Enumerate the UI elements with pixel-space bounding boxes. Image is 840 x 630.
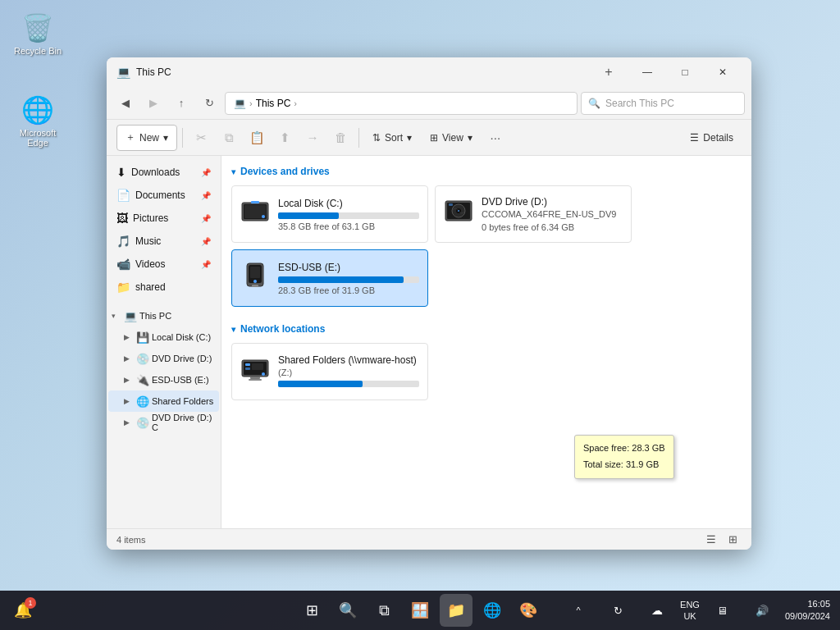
- delete-button[interactable]: 🗑: [327, 125, 354, 151]
- toolbar-separator-1: [182, 128, 183, 148]
- tree-item-esd-usb[interactable]: ▶ 🔌 ESD-USB (E:): [108, 369, 219, 390]
- tree-label-dvd-d: DVD Drive (D:): [152, 354, 212, 363]
- details-label: Details: [703, 132, 733, 144]
- drive-icon-c: [240, 196, 270, 232]
- tree-item-this-pc[interactable]: ▾ 💻 This PC: [108, 305, 219, 326]
- taskbar-left: 🔔 1: [0, 594, 39, 627]
- pin-icon-videos: 📌: [201, 260, 211, 269]
- language-button[interactable]: ENG UK: [680, 599, 700, 623]
- devices-section-header[interactable]: ▾ Devices and drives: [231, 166, 742, 177]
- details-button[interactable]: ☰ Details: [682, 125, 742, 151]
- search-placeholder: Search This PC: [605, 98, 674, 109]
- view-button[interactable]: ⊞ View ▾: [422, 125, 481, 151]
- svg-point-23: [262, 372, 265, 376]
- clock[interactable]: 16:05 09/09/2024: [785, 598, 830, 623]
- paste-button[interactable]: 📋: [244, 125, 270, 151]
- sidebar-item-videos[interactable]: 📹 Videos 📌: [110, 253, 217, 276]
- volume-button[interactable]: 🔊: [746, 594, 778, 627]
- desktop-icon-recycle-bin[interactable]: 🗑️ Recycle Bin: [8, 8, 67, 59]
- copy-button[interactable]: ⧉: [216, 125, 242, 151]
- language-label: ENG: [680, 599, 700, 610]
- taskbar-right: ^ ↻ ☁ ENG UK 🖥 🔊 16:05 09/09/2024: [562, 594, 840, 627]
- minimize-button[interactable]: —: [628, 57, 666, 87]
- list-view-button[interactable]: ☰: [702, 531, 720, 549]
- sort-button[interactable]: ⇅ Sort ▾: [364, 125, 420, 151]
- cut-button[interactable]: ✂: [188, 125, 214, 151]
- refresh-button[interactable]: ↻: [197, 92, 221, 115]
- back-button[interactable]: ◀: [113, 92, 138, 115]
- drive-card-e[interactable]: ESD-USB (E:) 28.3 GB free of 31.9 GB: [231, 249, 428, 307]
- drives-grid: Local Disk (C:) 35.8 GB free of 63.1 GB: [231, 185, 742, 307]
- plus-icon: ＋: [126, 130, 135, 144]
- tree-item-dvd-d2[interactable]: ▶ 💿 DVD Drive (D:) C: [108, 412, 219, 433]
- downloads-icon: ⬇: [116, 166, 126, 179]
- paint-taskbar-button[interactable]: 🎨: [512, 594, 545, 627]
- svg-rect-21: [250, 377, 260, 379]
- up-button[interactable]: ↑: [169, 92, 194, 115]
- search-button[interactable]: 🔍: [331, 594, 364, 627]
- svg-rect-13: [250, 267, 260, 278]
- svg-point-15: [253, 280, 257, 283]
- sidebar-item-music[interactable]: 🎵 Music 📌: [110, 230, 217, 253]
- network-section-header[interactable]: ▾ Network locations: [231, 323, 742, 335]
- tray-refresh-button[interactable]: ↻: [601, 594, 634, 627]
- network-chevron: ▾: [231, 325, 235, 334]
- svg-rect-19: [245, 368, 250, 370]
- share-button[interactable]: ⬆: [272, 125, 298, 151]
- forward-button[interactable]: ▶: [141, 92, 166, 115]
- taskbar-center: ⊞ 🔍 ⧉ 🪟 📁 🌐 🎨: [295, 594, 545, 627]
- more-button[interactable]: ···: [482, 125, 509, 151]
- sidebar-item-shared[interactable]: 📁 shared: [110, 276, 217, 299]
- window-icon: 💻: [116, 66, 130, 79]
- tree-item-local-disk[interactable]: ▶ 💾 Local Disk (C:): [108, 326, 219, 348]
- tray-cloud-button[interactable]: ☁: [641, 594, 673, 627]
- new-label: New: [139, 132, 159, 144]
- drive-info-d: DVD Drive (D:) CCCOMA_X64FRE_EN-US_DV9 0…: [482, 196, 623, 232]
- sidebar-item-documents[interactable]: 📄 Documents 📌: [110, 184, 217, 207]
- devices-section-title: Devices and drives: [240, 166, 330, 177]
- drive-card-d[interactable]: DVD Drive (D:) CCCOMA_X64FRE_EN-US_DV9 0…: [435, 185, 632, 243]
- address-path[interactable]: 💻 › This PC ›: [225, 92, 578, 115]
- sidebar-item-downloads[interactable]: ⬇ Downloads 📌: [110, 161, 217, 184]
- drive-card-c[interactable]: Local Disk (C:) 35.8 GB free of 63.1 GB: [231, 185, 428, 243]
- file-explorer-taskbar-button[interactable]: 📁: [440, 594, 472, 627]
- chevron-shared-folders: ▶: [124, 397, 134, 405]
- chevron-dvd-d2: ▶: [124, 418, 134, 427]
- chevron-dvd-d: ▶: [124, 354, 134, 363]
- tree-item-dvd-d[interactable]: ▶ 💿 DVD Drive (D:): [108, 348, 219, 369]
- view-icon: ⊞: [430, 132, 438, 144]
- close-button[interactable]: ✕: [704, 57, 742, 87]
- pin-icon-music: 📌: [201, 237, 211, 246]
- start-button[interactable]: ⊞: [295, 594, 328, 627]
- search-box[interactable]: 🔍 Search This PC: [581, 92, 745, 115]
- desktop-icon-edge[interactable]: 🌐 Microsoft Edge: [8, 90, 67, 151]
- tray-chevron-button[interactable]: ^: [562, 594, 595, 627]
- main-area: ⬇ Downloads 📌 📄 Documents 📌 🖼 Pictures 📌…: [107, 156, 751, 528]
- grid-view-button[interactable]: ⊞: [724, 531, 742, 549]
- monitor-button[interactable]: 🖥: [706, 594, 739, 627]
- path-separator: ›: [249, 98, 253, 108]
- tree-label-local-disk: Local Disk (C:): [152, 332, 211, 342]
- tooltip-total-size-label: Total size:: [583, 459, 623, 469]
- network-section-title: Network locations: [240, 323, 325, 335]
- drive-card-z[interactable]: Shared Folders (\\vmware-host) (Z:): [231, 343, 428, 400]
- widgets-button[interactable]: 🪟: [404, 594, 436, 627]
- edge-icon: 🌐: [21, 94, 54, 126]
- task-view-button[interactable]: ⧉: [368, 594, 400, 627]
- view-label: View: [442, 132, 463, 144]
- sidebar-item-pictures[interactable]: 🖼 Pictures 📌: [110, 207, 217, 230]
- svg-rect-18: [245, 363, 250, 366]
- tree-label-this-pc: This PC: [139, 311, 171, 321]
- new-tab-button[interactable]: +: [596, 61, 622, 84]
- maximize-button[interactable]: □: [666, 57, 704, 87]
- drive-icon-e: [240, 260, 270, 296]
- documents-icon: 📄: [116, 189, 130, 202]
- new-button[interactable]: ＋ New ▾: [116, 125, 177, 151]
- content-pane: ▾ Devices and drives: [221, 156, 751, 528]
- drive-bar-c: [278, 212, 339, 219]
- tooltip-total-size: Total size: 31.9 GB: [583, 457, 665, 473]
- tree-item-shared-folders[interactable]: ▶ 🌐 Shared Folders: [108, 390, 219, 412]
- drive-info-e: ESD-USB (E:) 28.3 GB free of 31.9 GB: [278, 262, 419, 295]
- move-button[interactable]: →: [299, 125, 326, 151]
- edge-taskbar-button[interactable]: 🌐: [476, 594, 509, 627]
